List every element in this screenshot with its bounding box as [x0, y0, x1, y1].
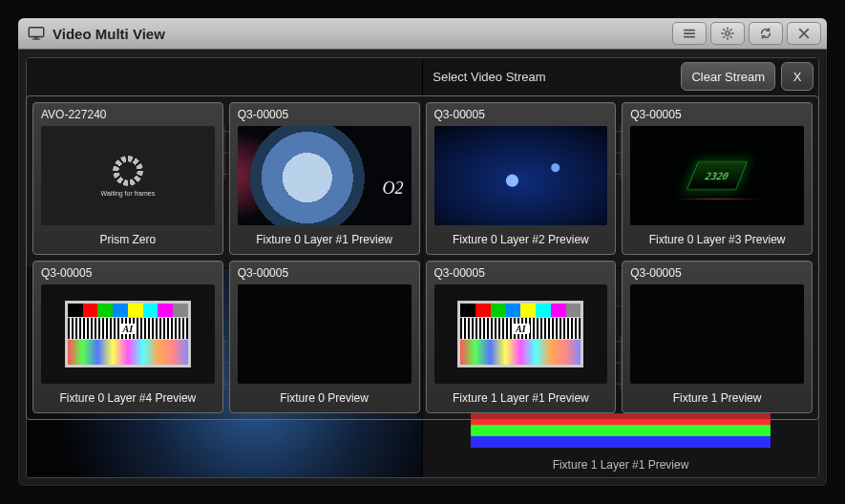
tile-caption: Fixture 0 Layer #3 Preview — [623, 227, 812, 254]
tile-source: Q3-00005 — [33, 262, 222, 283]
stream-tile[interactable]: Q3-00005 Fixture 0 Preview — [229, 261, 420, 413]
tile-thumbnail: AI — [41, 284, 215, 384]
tile-source: Q3-00005 — [427, 103, 616, 124]
tile-source: Q3-00005 — [623, 103, 812, 124]
tile-thumbnail: AI — [434, 284, 608, 384]
monitor-icon — [28, 27, 45, 40]
tile-source: Q3-00005 — [230, 262, 419, 283]
overlay-title: Select Video Stream — [297, 70, 681, 84]
tile-caption: Prism Zero — [33, 227, 222, 254]
tile-thumbnail — [630, 284, 804, 384]
tile-thumbnail: O2 — [238, 126, 412, 225]
stream-tile[interactable]: Q3-00005 AI Fixture 1 Layer #1 Preview — [426, 261, 617, 413]
tile-caption: Fixture 0 Layer #2 Preview — [427, 227, 616, 254]
titlebar-left: Video Multi View — [28, 26, 672, 42]
thumbnail-mark: 2320 — [687, 161, 748, 190]
settings-button[interactable] — [710, 22, 745, 45]
stream-tile[interactable]: Q3-00005 AI Fixture 0 Layer #4 Preview — [32, 261, 223, 413]
stream-tile[interactable]: Q3-00005 2320 Fixture 0 Layer #3 Preview — [622, 102, 813, 255]
tile-source: Q3-00005 — [623, 262, 812, 283]
thumbnail-mark: O2 — [383, 178, 404, 199]
window-body: Fixture 0 Layer #1 Preview Fixture 1 Lay… — [18, 50, 827, 486]
svg-rect-0 — [29, 28, 43, 37]
window-close-button[interactable] — [787, 22, 821, 45]
app-window: Video Multi View — [17, 17, 828, 487]
stream-tile-grid: AVO-227240 Waiting for frames Prism Zero… — [26, 95, 819, 420]
window-title: Video Multi View — [53, 26, 165, 42]
clear-stream-button[interactable]: Clear Stream — [681, 62, 775, 91]
testcard-mark: AI — [512, 324, 530, 334]
testcard-mark: AI — [119, 324, 137, 334]
tile-caption: Fixture 1 Preview — [623, 386, 812, 412]
tile-caption: Fixture 1 Layer #1 Preview — [427, 386, 616, 412]
svg-rect-1 — [34, 37, 38, 38]
spinner-icon — [113, 156, 143, 186]
titlebar-buttons — [672, 22, 821, 45]
tile-source: Q3-00005 — [230, 103, 419, 124]
tile-source: AVO-227240 — [33, 103, 222, 124]
stream-tile[interactable]: Q3-00005 Fixture 1 Preview — [622, 261, 813, 413]
stream-tile[interactable]: AVO-227240 Waiting for frames Prism Zero — [32, 102, 223, 255]
video-slot-caption: Fixture 1 Layer #1 Preview — [553, 458, 689, 477]
titlebar: Video Multi View — [18, 18, 827, 50]
stream-tile[interactable]: Q3-00005 O2 Fixture 0 Layer #1 Preview — [229, 102, 420, 255]
stream-selector-overlay: Select Video Stream Clear Stream X AVO-2… — [26, 57, 819, 420]
tile-thumbnail: Waiting for frames — [41, 126, 215, 225]
tile-caption: Fixture 0 Layer #4 Preview — [33, 386, 222, 412]
svg-point-3 — [726, 32, 729, 35]
stream-tile[interactable]: Q3-00005 Fixture 0 Layer #2 Preview — [426, 102, 617, 255]
svg-rect-2 — [32, 39, 40, 40]
list-button[interactable] — [672, 22, 707, 45]
tile-source: Q3-00005 — [427, 262, 616, 283]
overlay-close-button[interactable]: X — [781, 62, 813, 91]
waiting-text: Waiting for frames — [101, 190, 156, 197]
tile-thumbnail — [238, 284, 412, 384]
tile-thumbnail — [434, 126, 608, 225]
tile-caption: Fixture 0 Preview — [230, 386, 419, 412]
tile-thumbnail: 2320 — [630, 126, 804, 225]
refresh-button[interactable] — [749, 22, 783, 45]
overlay-header: Select Video Stream Clear Stream X — [26, 57, 819, 95]
tile-caption: Fixture 0 Layer #1 Preview — [230, 227, 419, 254]
